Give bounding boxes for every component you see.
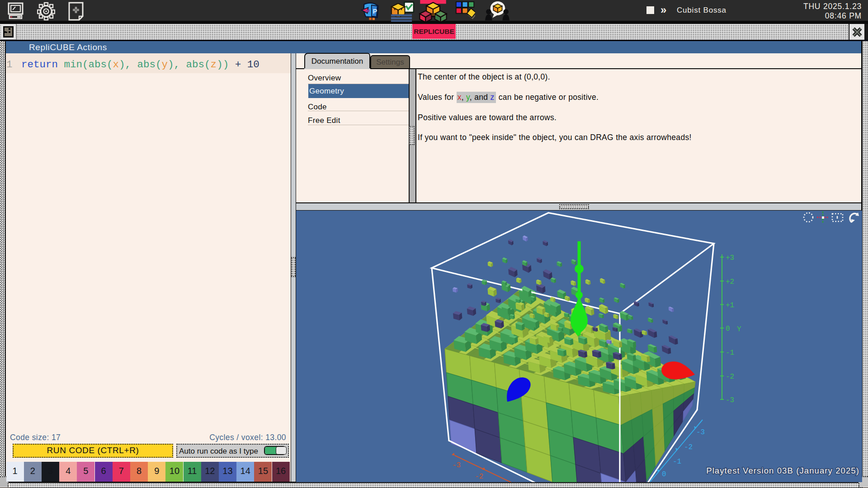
svg-text:-1: -1 <box>673 458 681 466</box>
svg-text:-3: -3 <box>726 396 734 404</box>
svg-text:0: 0 <box>662 470 666 479</box>
svg-text:+2: +2 <box>726 278 734 286</box>
svg-text:-3: -3 <box>452 461 461 469</box>
svg-text:Y: Y <box>737 325 741 333</box>
svg-text:-3: -3 <box>696 428 705 436</box>
svg-text:0: 0 <box>726 325 730 333</box>
svg-text:P: P <box>373 8 377 15</box>
svg-text:-2: -2 <box>726 373 734 381</box>
svg-text:Playtest Version 03B (January: Playtest Version 03B (January 2025) <box>706 466 859 475</box>
svg-text:-1: -1 <box>726 349 734 357</box>
svg-text:+3: +3 <box>726 254 734 262</box>
svg-text:+1: +1 <box>726 301 734 310</box>
svg-text:-2: -2 <box>684 443 693 451</box>
svg-text:-2: -2 <box>475 473 483 481</box>
